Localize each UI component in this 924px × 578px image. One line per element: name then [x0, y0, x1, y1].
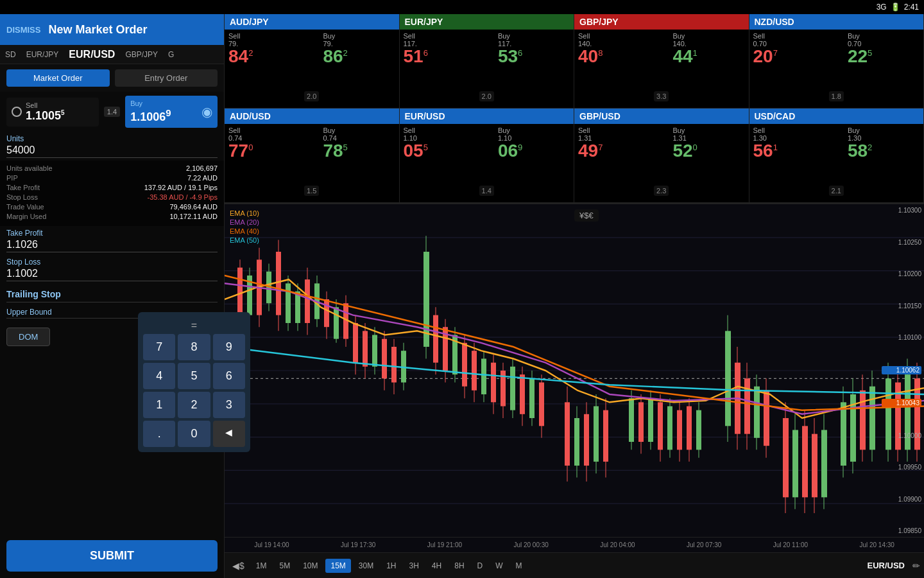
usdcad-header: USD/CAD: [749, 109, 924, 124]
currency-card-eurjpy[interactable]: EUR/JPY Sell 117. 516 2.0 Buy 117. 536: [400, 14, 575, 109]
currency-card-nzdusd[interactable]: NZD/USD Sell 0.70 207 1.8 Buy 0.70 225: [749, 14, 925, 109]
currency-card-audusd[interactable]: AUD/USD Sell 0.74 770 1.5 Buy 0.74 785: [225, 109, 400, 203]
time-jul20-0730: Jul 20 07:30: [661, 541, 748, 548]
entry-order-button[interactable]: Entry Order: [115, 69, 218, 87]
spread-badge: 1.4: [104, 107, 120, 117]
draw-icon[interactable]: ✏: [912, 561, 920, 571]
currency-card-gbpusd[interactable]: GBP/USD Sell 1.31 497 2.3 Buy 1.31 520: [574, 109, 749, 203]
timeframe-30m[interactable]: 30M: [354, 559, 379, 573]
price-symbol: ¥$€: [574, 209, 599, 222]
submit-row: SUBMIT: [0, 534, 224, 578]
timeframe-5m[interactable]: 5M: [274, 559, 295, 573]
take-profit-row: Take Profit 1.1026: [0, 226, 224, 255]
stop-loss-value[interactable]: 1.1002: [6, 268, 218, 281]
timeframe-m[interactable]: M: [511, 559, 527, 573]
sell-box[interactable]: Sell 1.10055: [6, 98, 99, 127]
stop-loss-row: Stop Loss 1.1002: [0, 255, 224, 284]
scroll-left-icon[interactable]: ◀$: [228, 558, 248, 574]
timeframe-4h[interactable]: 4H: [427, 559, 447, 573]
eurusd-sell-price: 055: [404, 142, 475, 160]
chart-pair-label: EUR/USD: [867, 561, 905, 570]
eurjpy-spread: 2.0: [479, 91, 494, 101]
time-jul19-2100: Jul 19 21:00: [402, 541, 488, 548]
timeframe-10m[interactable]: 10M: [298, 559, 323, 573]
time-jul19-1730: Jul 19 17:30: [315, 541, 402, 548]
timeframe-1h[interactable]: 1H: [381, 559, 401, 573]
sell-radio[interactable]: [12, 107, 22, 117]
gbpjpy-buy-label: Buy: [672, 32, 744, 40]
order-title: New Market Order: [48, 23, 147, 37]
currency-card-usdcad[interactable]: USD/CAD Sell 1.30 561 2.1 Buy 1.30 582: [749, 109, 925, 203]
units-label: Units: [6, 134, 218, 143]
time-axis: Jul 19 14:00 Jul 19 17:30 Jul 19 21:00 J…: [225, 537, 924, 552]
numpad-container: = 7 8 9 4 5 6 1 2 3 . 0 ◀: [138, 312, 250, 452]
info-panel: Units available 2,106,697 PIP 7.22 AUD T…: [0, 161, 224, 226]
tab-eurjpy[interactable]: EUR/JPY: [24, 49, 62, 60]
eurjpy-sell-price: 516: [404, 48, 475, 66]
dom-button[interactable]: DOM: [6, 328, 50, 346]
numpad-3[interactable]: 3: [213, 392, 245, 418]
numpad-6[interactable]: 6: [213, 363, 245, 389]
numpad-4[interactable]: 4: [143, 363, 175, 389]
eurusd-buy-label: Buy: [498, 127, 570, 134]
units-value[interactable]: 54000: [6, 144, 218, 158]
time-jul20-0030: Jul 20 00:30: [488, 541, 574, 548]
margin-used-label: Margin Used: [6, 213, 46, 220]
numpad-dot[interactable]: .: [143, 421, 175, 447]
numpad-1[interactable]: 1: [143, 392, 175, 418]
currency-tabs: SD EUR/JPY EUR/USD GBP/JPY G: [0, 45, 224, 64]
ema10-label: EMA (10): [230, 209, 259, 217]
nzdusd-sell-label: Sell: [753, 32, 825, 40]
audjpy-buy-price: 862: [323, 48, 395, 66]
chart-area[interactable]: EMA (10) EMA (20) EMA (40) EMA (50) ¥$€: [225, 204, 924, 537]
timeframe-3h[interactable]: 3H: [404, 559, 424, 573]
tab-sd[interactable]: SD: [3, 49, 19, 60]
timeframe-w[interactable]: W: [490, 559, 508, 573]
timeframe-1m[interactable]: 1M: [251, 559, 272, 573]
numpad-5[interactable]: 5: [178, 363, 210, 389]
ema20-label: EMA (20): [230, 218, 259, 226]
main-layout: DISMISS New Market Order SD EUR/JPY EUR/…: [0, 14, 924, 578]
take-profit-value[interactable]: 1.1026: [6, 239, 218, 252]
numpad-9[interactable]: 9: [213, 334, 245, 360]
units-available-value: 2,106,697: [186, 164, 218, 172]
trade-value-value: 79,469.64 AUD: [169, 203, 218, 211]
numpad-delete[interactable]: ◀: [213, 421, 245, 447]
tab-g[interactable]: G: [166, 49, 176, 60]
trailing-stop-label[interactable]: Trailing Stop: [6, 289, 218, 302]
buy-price: 1.10069: [130, 107, 171, 124]
bottom-toolbar: ◀$ 1M 5M 10M 15M 30M 1H 3H 4H 8H D W M E…: [225, 552, 924, 578]
timeframe-8h[interactable]: 8H: [449, 559, 469, 573]
usdcad-spread: 2.1: [829, 186, 844, 196]
currency-card-gbpjpy[interactable]: GBP/JPY Sell 140. 408 3.3 Buy 140. 441: [574, 14, 749, 109]
numpad-0[interactable]: 0: [178, 421, 210, 447]
currency-card-audjpy[interactable]: AUD/JPY Sell 79. 842 2.0 Buy 79. 862: [225, 14, 400, 109]
submit-button[interactable]: SUBMIT: [6, 540, 218, 572]
usdcad-sell-price: 561: [753, 142, 825, 160]
dismiss-button[interactable]: DISMISS: [6, 25, 40, 35]
units-row: Units 54000: [0, 132, 224, 161]
trailing-stop-row: Trailing Stop: [0, 284, 224, 305]
numpad-grid: 7 8 9 4 5 6 1 2 3 . 0 ◀: [143, 334, 245, 447]
audjpy-spread: 2.0: [304, 91, 319, 101]
eurjpy-header: EUR/JPY: [400, 14, 574, 30]
time-jul20-1430: Jul 20 14:30: [834, 541, 920, 548]
numpad-7[interactable]: 7: [143, 334, 175, 360]
audjpy-sell-label: Sell: [228, 32, 300, 40]
gbpjpy-header: GBP/JPY: [574, 14, 749, 30]
timeframe-15m[interactable]: 15M: [325, 559, 350, 573]
market-order-button[interactable]: Market Order: [6, 69, 110, 87]
nzdusd-header: NZD/USD: [749, 14, 924, 30]
tab-gbpjpy[interactable]: GBP/JPY: [123, 49, 160, 60]
buy-box[interactable]: Buy 1.10069 ◉: [125, 96, 218, 128]
timeframe-d[interactable]: D: [472, 559, 488, 573]
currency-card-eurusd[interactable]: EUR/USD Sell 1.10 055 1.4 Buy 1.10 069: [400, 109, 575, 203]
numpad-2[interactable]: 2: [178, 392, 210, 418]
tab-eurusd[interactable]: EUR/USD: [66, 48, 117, 62]
gbpjpy-buy-price: 441: [672, 48, 744, 66]
buy-radio-icon: ◉: [201, 104, 212, 119]
sell-buy-row: Sell 1.10055 1.4 Buy 1.10069 ◉: [0, 92, 224, 132]
pip-label: PIP: [6, 174, 18, 182]
numpad-8[interactable]: 8: [178, 334, 210, 360]
trade-value-label: Trade Value: [6, 203, 44, 211]
